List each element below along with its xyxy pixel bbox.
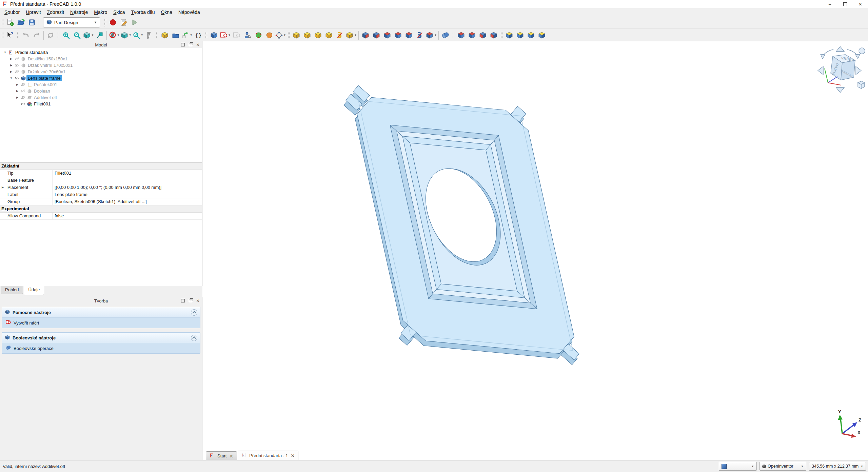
task-item-vytvorit-nacrt[interactable]: Vytvořit náčrt [2, 318, 200, 328]
expand-arrow[interactable]: ▶ [2, 184, 4, 191]
draw-style-button[interactable]: ▼ [108, 30, 120, 40]
task-section-header[interactable]: Booleovské nástroje [2, 333, 200, 343]
nav-arrow-down[interactable] [836, 87, 844, 93]
menu-skica[interactable]: Skica [110, 8, 128, 16]
property-value[interactable]: Lens plate frame [53, 191, 202, 198]
toolbar-grip[interactable] [57, 31, 59, 39]
axonometric-view-button[interactable]: ▼ [82, 30, 94, 40]
tree-item-predni-standarta[interactable]: ▼Přední standarta [0, 49, 202, 56]
shape-binder-button[interactable] [264, 30, 275, 40]
task-section-header[interactable]: Pomocné nástroje [2, 307, 200, 318]
linear-pattern-button[interactable] [515, 30, 526, 40]
toolbar-grip[interactable] [104, 18, 106, 26]
property-value[interactable] [53, 177, 202, 184]
create-sketch-button[interactable]: ▼ [219, 30, 231, 40]
model-3d-part[interactable] [202, 41, 868, 460]
box-element-selection-button[interactable]: ▼ [120, 30, 132, 40]
save-document-button[interactable] [26, 17, 37, 27]
maximize-button[interactable] [837, 0, 853, 8]
menu-makro[interactable]: Makro [91, 8, 110, 16]
tree-item-desticka-150x150x1[interactable]: ▶Destička 150x150x1 [0, 56, 202, 62]
dock-button[interactable] [181, 298, 185, 303]
undo-button[interactable] [20, 30, 31, 40]
property-value[interactable]: Fillet001 [53, 170, 202, 177]
renderer-combo[interactable]: OpenInventor▼ [760, 462, 806, 471]
pocket-button[interactable] [360, 30, 371, 40]
additive-loft-button[interactable] [313, 30, 323, 40]
menu-nastroje[interactable]: Nástroje [67, 8, 91, 16]
task-item-booleovske-operace[interactable]: Booleovské operace [2, 343, 200, 353]
nav-arrow-left[interactable] [818, 66, 823, 75]
nav-rotate-ccw-head[interactable] [821, 54, 825, 59]
menu-tvorba-dilu[interactable]: Tvorba dílu [128, 8, 158, 16]
tree-item-boolean[interactable]: ▶Boolean [0, 88, 202, 94]
property-value[interactable]: [(0,00 0,00 1,00); 0,00 °; (0,00 mm 0,00… [53, 184, 202, 191]
dock-button[interactable] [181, 42, 185, 47]
nav-circle[interactable] [859, 48, 865, 54]
align-to-selection-button[interactable] [94, 30, 105, 40]
toolbar-grip[interactable] [156, 31, 158, 39]
expand-arrow[interactable]: ▶ [15, 90, 20, 93]
3d-viewport[interactable]: VLEVO VRŠEK PŘEDNÍ Y Z X Start ✕ Přední … [202, 41, 868, 460]
edit-sketch-button[interactable] [231, 30, 242, 40]
fit-selection-button[interactable] [72, 30, 82, 40]
mirrored-button[interactable] [504, 30, 515, 40]
boolean-operation-button[interactable] [440, 30, 451, 40]
tree-item-fillet001[interactable]: Fillet001 [0, 101, 202, 107]
collapse-chevron-icon[interactable] [191, 309, 197, 316]
nav-arrow-right[interactable] [856, 66, 861, 75]
thickness-button[interactable] [488, 30, 499, 40]
subtractive-helix-button[interactable] [414, 30, 425, 40]
toolbar-grip[interactable] [17, 31, 19, 39]
fit-all-button[interactable] [61, 30, 72, 40]
toolbar-grip[interactable] [500, 31, 502, 39]
macro-record-button[interactable] [107, 17, 118, 27]
property-value[interactable]: [Boolean, Sketch006 (Sketch1), AdditiveL… [53, 198, 202, 205]
multi-transform-button[interactable] [536, 30, 547, 40]
macro-edit-button[interactable] [118, 17, 129, 27]
open-document-button[interactable] [16, 17, 26, 27]
expand-arrow[interactable]: ▶ [9, 64, 14, 67]
close-button[interactable]: ✕ [853, 0, 868, 8]
groove-button[interactable] [382, 30, 393, 40]
polar-pattern-button[interactable] [526, 30, 536, 40]
close-panel-icon[interactable]: ✕ [196, 42, 200, 47]
toolbar-grip[interactable] [205, 31, 207, 39]
tree-item-lens-plate-frame[interactable]: ▼Lens plate frame [0, 75, 202, 81]
tree-item-dtzak-vnitrni-170x50x1[interactable]: ▶Dtžák vnitřní 170x50x1 [0, 62, 202, 68]
toolbar-grip[interactable] [452, 31, 454, 39]
nav-rotate-cw-head[interactable] [855, 54, 860, 59]
close-tab-icon[interactable]: ✕ [229, 453, 233, 459]
new-document-button[interactable] [5, 17, 16, 27]
toolbar-grip[interactable] [287, 31, 290, 39]
expand-arrow[interactable]: ▼ [3, 51, 7, 54]
tree-item-pocatek001[interactable]: ▶Počátek001 [0, 81, 202, 88]
create-part-button[interactable] [159, 30, 170, 40]
refresh-button[interactable] [45, 30, 56, 40]
property-value[interactable]: false [53, 213, 202, 219]
measure-button[interactable] [144, 30, 155, 40]
menu-napoveda[interactable]: Nápověda [175, 8, 203, 16]
additive-helix-button[interactable] [334, 30, 345, 40]
revolution-button[interactable] [302, 30, 313, 40]
zoom-tools-button[interactable]: ▼ [132, 30, 144, 40]
float-button[interactable] [188, 298, 193, 303]
map-sketch-to-face-button[interactable] [253, 30, 264, 40]
tree-item-drzak-vne-70x60x1[interactable]: ▶Držák vně 70x60x1 [0, 68, 202, 75]
navigation-cube[interactable]: VLEVO VRŠEK PŘEDNÍ [812, 45, 867, 102]
close-tab-icon[interactable]: ✕ [291, 453, 295, 458]
expand-arrow[interactable]: ▶ [9, 57, 14, 60]
expand-arrow[interactable]: ▶ [15, 83, 20, 86]
create-body-button[interactable] [209, 30, 219, 40]
redo-button[interactable] [31, 30, 42, 40]
additive-pipe-button[interactable] [323, 30, 334, 40]
whats-this-button[interactable]: ? [5, 30, 16, 40]
dimensions-combo[interactable]: 345,56 mm x 212,37 mm▼ [809, 462, 866, 471]
document-tab-start[interactable]: Start ✕ [206, 451, 237, 460]
collapse-chevron-icon[interactable] [191, 335, 197, 341]
make-link-button[interactable]: ▼ [181, 30, 193, 40]
tree-item-additiveloft[interactable]: ▶AdditiveLoft [0, 94, 202, 101]
macro-play-button[interactable] [129, 17, 140, 27]
nav-arrow-up[interactable] [836, 46, 844, 52]
document-tab-predni-standarta-1[interactable]: Přední standarta : 1 ✕ [238, 451, 298, 460]
